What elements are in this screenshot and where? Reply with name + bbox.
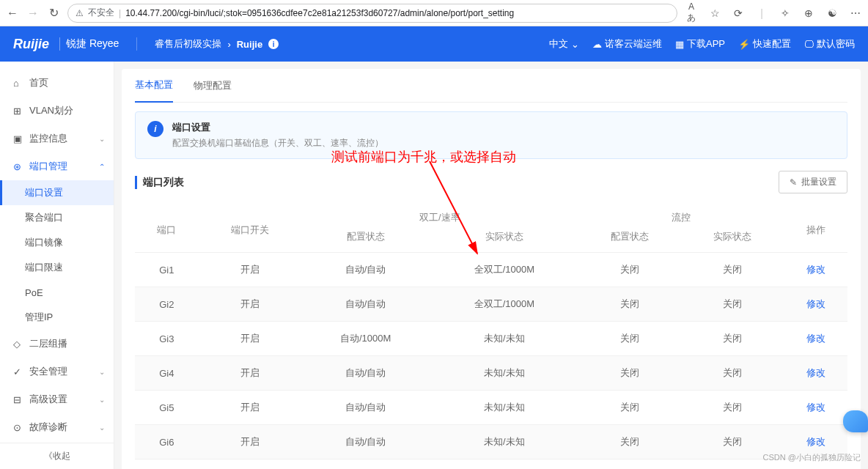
batch-set-button[interactable]: ✎批量设置 (779, 171, 847, 193)
cell-flow-cfg: 关闭 (578, 459, 681, 470)
diagnose-icon: ⊙ (13, 422, 23, 432)
shield-icon: ✓ (13, 366, 23, 377)
logo-main: Ruijie (13, 37, 49, 52)
sidebar-sub-mirror[interactable]: 端口镜像 (0, 230, 114, 255)
cloud-link[interactable]: ☁诺客云端运维 (592, 37, 662, 51)
cell-switch: 开启 (199, 356, 301, 391)
sidebar-item-security[interactable]: ✓安全管理⌄ (0, 358, 114, 385)
forward-button[interactable]: → (26, 7, 40, 20)
cell-actual: 未知/未知 (430, 322, 579, 356)
quick-config-link[interactable]: ⚡快速配置 (738, 37, 791, 51)
breadcrumb-item[interactable]: Ruijie (237, 39, 262, 50)
info-icon[interactable]: i (268, 39, 279, 49)
sidebar-sub-agg[interactable]: 聚合端口 (0, 205, 114, 230)
sidebar-collapse[interactable]: 《收起 (0, 443, 114, 469)
assistant-bubble[interactable] (843, 410, 868, 432)
tab-basic[interactable]: 基本配置 (135, 69, 173, 103)
table-row: Gi5开启自动/自动未知/未知关闭关闭修改 (135, 391, 847, 425)
multicast-icon: ◇ (13, 339, 23, 349)
sidebar-item-label: 安全管理 (29, 365, 67, 378)
sidebar-sub-mgmtip[interactable]: 管理IP (0, 305, 114, 330)
cell-actual: 未知/未知 (430, 459, 579, 470)
logo-sub: 锐捷 Reyee (59, 37, 119, 51)
sidebar-item-home[interactable]: ⌂首页 (0, 69, 114, 97)
cell-cfg: 自动/自动 (301, 391, 430, 425)
language-select[interactable]: 中文 ⌄ (549, 37, 579, 51)
profile-icon[interactable]: ☯ (825, 7, 839, 19)
sidebar-item-monitor[interactable]: ▣监控信息⌄ (0, 125, 114, 152)
modify-link[interactable]: 修改 (806, 333, 825, 344)
cell-cfg: 自动/自动 (301, 253, 430, 287)
table-row: Gi2开启自动/自动全双工/1000M关闭关闭修改 (135, 287, 847, 322)
tab-physical[interactable]: 物理配置 (194, 69, 232, 103)
sidebar-sub-poe[interactable]: PoE (0, 280, 114, 305)
star-outline-icon[interactable]: ☆ (708, 7, 721, 19)
sync-icon[interactable]: ⟳ (732, 7, 745, 19)
cell-actual: 全双工/1000M (430, 253, 579, 287)
url-text: 10.44.77.200/cgi-bin/luci/;stok=0951636c… (125, 8, 514, 18)
modify-link[interactable]: 修改 (806, 367, 825, 378)
cell-flow-cfg: 关闭 (578, 253, 681, 287)
monitor-icon: 🖵 (804, 39, 814, 50)
sidebar: ⌂首页 ⊞VLAN划分 ▣监控信息⌄ ⊛端口管理⌃ 端口设置 聚合端口 端口镜像… (0, 62, 114, 469)
modify-link[interactable]: 修改 (806, 402, 825, 413)
more-icon[interactable]: ⋯ (849, 7, 862, 19)
info-desc: 配置交换机端口基础信息（开关、双工、速率、流控） (172, 137, 383, 149)
th-flow-group: 流控 (578, 202, 784, 227)
cell-flow-actual: 关闭 (681, 253, 784, 287)
browser-toolbar: ← → ↻ ⚠ 不安全 | 10.44.77.200/cgi-bin/luci/… (0, 0, 868, 26)
cell-switch: 开启 (199, 287, 301, 322)
collections-icon[interactable]: ⊕ (802, 7, 815, 19)
chevron-down-icon: ⌄ (99, 135, 105, 143)
chevron-down-icon: ⌄ (99, 368, 105, 376)
sidebar-sub-rate[interactable]: 端口限速 (0, 255, 114, 280)
favorites-icon[interactable]: ✧ (779, 7, 792, 19)
cell-port: Gi2 (135, 287, 199, 322)
cell-flow-actual: 关闭 (681, 356, 784, 391)
sidebar-item-vlan[interactable]: ⊞VLAN划分 (0, 97, 114, 125)
lightning-icon: ⚡ (738, 39, 750, 50)
default-password-link[interactable]: 🖵默认密码 (804, 37, 855, 51)
reader-mode-icon[interactable]: Aあ (685, 1, 698, 24)
vlan-icon: ⊞ (13, 106, 23, 116)
table-row: Gi6开启自动/自动未知/未知关闭关闭修改 (135, 425, 847, 459)
th-port: 端口 (135, 202, 199, 253)
cell-flow-cfg: 关闭 (578, 287, 681, 322)
th-switch: 端口开关 (199, 202, 301, 253)
cell-switch: 开启 (199, 459, 301, 470)
sidebar-item-label: VLAN划分 (29, 104, 73, 117)
cell-actual: 全双工/1000M (430, 287, 579, 322)
address-bar[interactable]: ⚠ 不安全 | 10.44.77.200/cgi-bin/luci/;stok=… (67, 4, 677, 23)
breadcrumb-item[interactable]: 睿售后初级实操 (155, 37, 221, 51)
cell-flow-cfg: 关闭 (578, 356, 681, 391)
sidebar-item-l2[interactable]: ◇二层组播 (0, 330, 114, 358)
sidebar-item-advanced[interactable]: ⊟高级设置⌄ (0, 385, 114, 413)
back-button[interactable]: ← (6, 7, 19, 20)
sidebar-item-label: 端口管理 (29, 160, 67, 173)
cell-actual: 未知/未知 (430, 391, 579, 425)
settings-icon: ⊟ (13, 394, 23, 405)
batch-set-label: 批量设置 (801, 176, 836, 188)
cell-port: Gi1 (135, 253, 199, 287)
sidebar-sub-port-setting[interactable]: 端口设置 (0, 180, 114, 205)
cell-cfg: 自动/自动 (301, 459, 430, 470)
browser-actions: Aあ ☆ ⟳ | ✧ ⊕ ☯ ⋯ (685, 1, 862, 24)
table-row: Gi4开启自动/自动未知/未知关闭关闭修改 (135, 356, 847, 391)
list-title: 端口列表 (135, 176, 184, 189)
modify-link[interactable]: 修改 (806, 298, 825, 309)
sidebar-item-diagnose[interactable]: ⊙故障诊断⌄ (0, 413, 114, 441)
modify-link[interactable]: 修改 (806, 436, 825, 447)
header-actions: 中文 ⌄ ☁诺客云端运维 ▦下载APP ⚡快速配置 🖵默认密码 (549, 37, 855, 51)
modify-link[interactable]: 修改 (806, 264, 825, 275)
th-flow-actual: 实际状态 (681, 227, 784, 253)
sidebar-item-label: 监控信息 (29, 132, 67, 145)
cell-flow-actual: 关闭 (681, 322, 784, 356)
port-table: 端口 端口开关 双工/速率 流控 操作 配置状态 实际状态 配置状态 实际状态 … (135, 202, 847, 469)
app-header: Ruijie 锐捷 Reyee 睿售后初级实操 › Ruijie i 中文 ⌄ … (0, 26, 868, 62)
refresh-button[interactable]: ↻ (47, 7, 60, 20)
download-app-link[interactable]: ▦下载APP (675, 37, 725, 51)
cloud-icon: ☁ (592, 39, 602, 50)
logo: Ruijie 锐捷 Reyee (13, 37, 119, 52)
sidebar-item-port[interactable]: ⊛端口管理⌃ (0, 152, 114, 180)
table-row: Gi7开启自动/自动未知/未知关闭关闭修改 (135, 459, 847, 470)
